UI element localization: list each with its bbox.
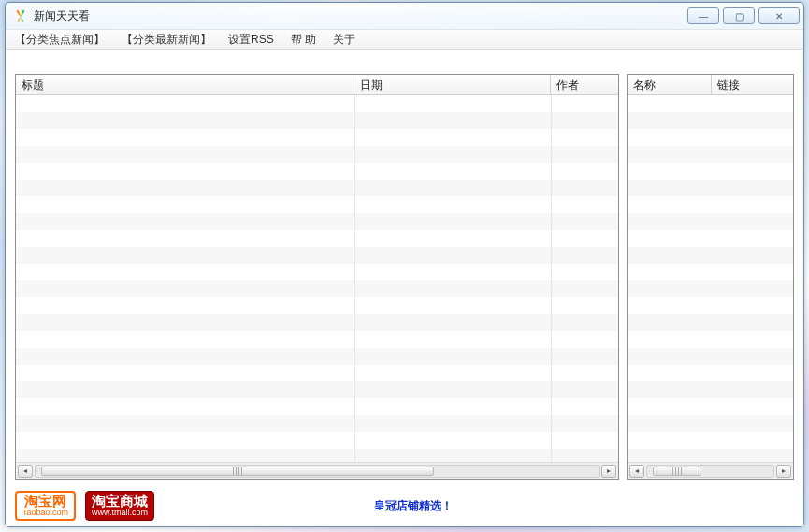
close-icon: ✕ (775, 11, 783, 22)
scroll-thumb[interactable] (653, 467, 701, 476)
minimize-button[interactable]: — (687, 7, 719, 24)
taobao-logo-en: Taobao.com (22, 509, 68, 517)
scroll-right-button[interactable]: ▸ (601, 465, 616, 478)
col-date[interactable]: 日期 (354, 75, 551, 94)
close-button[interactable]: ✕ (758, 7, 800, 24)
col-name[interactable]: 名称 (628, 75, 712, 94)
menubar: 【分类焦点新闻】 【分类最新新闻】 设置RSS 帮 助 关于 (6, 29, 803, 50)
scroll-grip-icon (672, 467, 682, 475)
titlebar[interactable]: 新闻天天看 — ▢ ✕ (6, 3, 803, 29)
tmall-logo-en: www.tmall.com (92, 509, 148, 517)
news-table-body[interactable] (16, 95, 618, 462)
news-table-header: 标题 日期 作者 (16, 75, 618, 95)
scroll-right-button[interactable]: ▸ (776, 465, 791, 478)
window-controls: — ▢ ✕ (687, 7, 802, 24)
content-area: 标题 日期 作者 ◂ ▸ 名称 链接 ◂ (6, 50, 803, 485)
tmall-logo-cn: 淘宝商城 (92, 494, 148, 509)
maximize-icon: ▢ (735, 11, 744, 22)
scroll-grip-icon (233, 467, 242, 475)
news-table-hscroll[interactable]: ◂ ▸ (16, 462, 618, 479)
app-title: 新闻天天看 (34, 8, 90, 24)
tmall-logo[interactable]: 淘宝商城 www.tmall.com (85, 491, 154, 521)
news-list-table: 标题 日期 作者 ◂ ▸ (15, 74, 619, 480)
taobao-logo-cn: 淘宝网 (24, 494, 66, 509)
menu-set-rss[interactable]: 设置RSS (224, 30, 278, 50)
chevron-left-icon: ◂ (23, 467, 27, 475)
app-icon (13, 8, 28, 23)
feed-table-body[interactable] (628, 95, 793, 462)
col-link[interactable]: 链接 (712, 75, 793, 94)
scroll-left-button[interactable]: ◂ (629, 465, 644, 478)
scroll-left-button[interactable]: ◂ (18, 465, 33, 478)
chevron-left-icon: ◂ (635, 467, 639, 475)
feed-table-header: 名称 链接 (628, 75, 793, 95)
menu-latest-news[interactable]: 【分类最新新闻】 (118, 30, 215, 50)
app-window: 新闻天天看 — ▢ ✕ 【分类焦点新闻】 【分类最新新闻】 设置RSS 帮 助 … (5, 2, 804, 527)
bottom-bar: 淘宝网 Taobao.com 淘宝商城 www.tmall.com 皇冠店铺精选… (6, 485, 803, 526)
menu-about[interactable]: 关于 (329, 30, 359, 50)
menu-help[interactable]: 帮 助 (287, 30, 320, 50)
feed-list-table: 名称 链接 ◂ ▸ (627, 74, 794, 480)
shop-link[interactable]: 皇冠店铺精选！ (164, 498, 663, 514)
scroll-thumb[interactable] (41, 467, 434, 476)
col-author[interactable]: 作者 (551, 75, 618, 94)
minimize-icon: — (699, 11, 708, 22)
maximize-button[interactable]: ▢ (723, 7, 755, 24)
chevron-right-icon: ▸ (607, 467, 611, 475)
col-title[interactable]: 标题 (16, 75, 354, 94)
scroll-track[interactable] (646, 465, 774, 478)
scroll-track[interactable] (35, 465, 600, 478)
menu-focus-news[interactable]: 【分类焦点新闻】 (11, 30, 108, 50)
chevron-right-icon: ▸ (782, 467, 786, 475)
taobao-logo[interactable]: 淘宝网 Taobao.com (15, 491, 76, 521)
feed-table-hscroll[interactable]: ◂ ▸ (628, 462, 793, 479)
